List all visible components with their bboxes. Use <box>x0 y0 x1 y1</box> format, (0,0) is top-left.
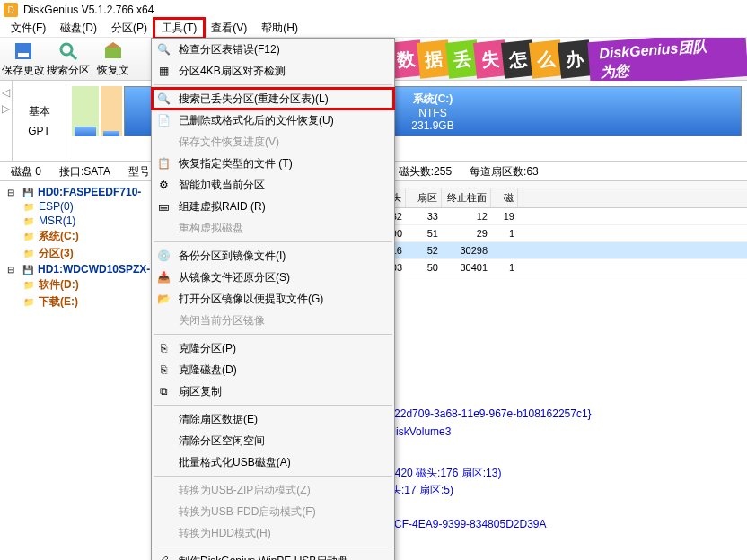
dd-close-image: 关闭当前分区镜像 <box>152 310 394 331</box>
dd-sector-copy[interactable]: ⧉扇区复制 <box>152 381 394 402</box>
dd-save-progress: 保存文件恢复进度(V) <box>152 131 394 153</box>
recover-icon: 📄 <box>155 112 171 128</box>
dd-search-lost-partition[interactable]: 🔍搜索已丢失分区(重建分区表)(L) <box>152 88 394 109</box>
dd-backup-image[interactable]: 💿备份分区到镜像文件(I) <box>152 245 394 267</box>
tree-sysc[interactable]: 📁系统(C:) <box>2 228 163 245</box>
disk-icon: 💾 <box>21 263 35 276</box>
search-icon: 🔍 <box>155 91 171 107</box>
dd-recover-typed[interactable]: 📋恢复指定类型的文件 (T) <box>152 153 394 174</box>
svg-rect-4 <box>105 48 121 58</box>
search-part-button[interactable]: 搜索分区 <box>47 39 90 79</box>
restore-icon <box>102 40 124 62</box>
dd-check-partition-table[interactable]: 🔍检查分区表错误(F12) <box>152 39 394 60</box>
clone-disk-icon: ⎘ <box>155 362 171 378</box>
open-icon: 📂 <box>155 291 171 307</box>
dd-recover-deleted[interactable]: 📄已删除或格式化后的文件恢复(U) <box>152 109 394 131</box>
svg-line-3 <box>71 54 76 59</box>
clone-icon: ⎘ <box>155 340 171 356</box>
save-icon <box>13 40 34 62</box>
disk-type-panel: 基本 GPT <box>13 81 66 161</box>
restore-icon: 📥 <box>155 269 171 285</box>
backup-icon: 💿 <box>155 248 171 264</box>
check-icon: 🔍 <box>155 41 171 57</box>
dd-clear-free[interactable]: 清除分区空闲空间 <box>152 430 394 451</box>
svg-point-2 <box>61 44 72 55</box>
dd-winpe[interactable]: 🖊制作DiskGenius WinPE USB启动盘 <box>152 550 394 560</box>
tree-part3[interactable]: 📁分区(3) <box>2 245 163 262</box>
usb-icon: 🖊 <box>155 553 171 560</box>
strip-arrows: ◁▷ <box>0 81 13 161</box>
gear-icon: ⚙ <box>155 177 171 193</box>
tools-dropdown: 🔍检查分区表错误(F12) ▦分区4KB扇区对齐检测 🔍搜索已丢失分区(重建分区… <box>151 38 395 560</box>
dd-virtual-raid[interactable]: 🖴组建虚拟RAID (R) <box>152 196 394 217</box>
dd-batch-format-usb[interactable]: 批量格式化USB磁盘(A) <box>152 451 394 473</box>
tree-msr[interactable]: 📁MSR(1) <box>2 214 163 228</box>
menu-view[interactable]: 查看(V) <box>204 19 254 38</box>
dd-clear-sectors[interactable]: 清除扇区数据(E) <box>152 408 394 430</box>
menu-disk[interactable]: 磁盘(D) <box>53 19 104 38</box>
dd-clone-disk[interactable]: ⎘克隆磁盘(D) <box>152 359 394 381</box>
dd-rebuild-vdisk: 重构虚拟磁盘 <box>152 217 394 239</box>
tree-dl[interactable]: 📁下载(E:) <box>2 293 163 311</box>
menu-help[interactable]: 帮助(H) <box>254 19 305 38</box>
banner-ad: 数 据 丢 失 怎 么 办 DiskGenius团队为您 <box>392 38 747 81</box>
menubar: 文件(F) 磁盘(D) 分区(P) 工具(T) 查看(V) 帮助(H) <box>0 20 747 38</box>
disk-type-gpt: GPT <box>28 125 50 137</box>
menu-tools[interactable]: 工具(T) <box>154 19 204 38</box>
dd-usb-fdd: 转换为USB-FDD启动模式(F) <box>152 501 394 522</box>
disk-type-basic: 基本 <box>29 104 50 119</box>
menu-file[interactable]: 文件(F) <box>4 19 53 38</box>
dd-hdd-mode: 转换为HDD模式(H) <box>152 522 394 544</box>
dd-clone-partition[interactable]: ⎘克隆分区(P) <box>152 337 394 359</box>
restore-button[interactable]: 恢复文 <box>92 39 135 79</box>
disk-icon: 💾 <box>21 186 35 198</box>
save-button[interactable]: 保存更改 <box>2 39 45 79</box>
tree-soft[interactable]: 📁软件(D:) <box>2 276 163 293</box>
part-block-title: 系统(C:) <box>413 92 453 107</box>
app-icon: D <box>4 3 18 17</box>
window-title: DiskGenius V5.1.2.766 x64 <box>23 4 154 16</box>
tree-hd0[interactable]: ⊟💾HD0:FASPEEDF710- <box>2 185 163 199</box>
dd-open-image[interactable]: 📂打开分区镜像以便提取文件(G) <box>152 288 394 310</box>
svg-rect-1 <box>18 53 29 57</box>
tree-esp[interactable]: 📁ESP(0) <box>2 199 163 214</box>
disk-tree[interactable]: ⊟💾HD0:FASPEEDF710- 📁ESP(0) 📁MSR(1) 📁系统(C… <box>0 181 166 560</box>
dd-usb-zip: 转换为USB-ZIP启动模式(Z) <box>152 479 394 501</box>
tree-hd1[interactable]: ⊟💾HD1:WDCWD10SPZX- <box>2 262 163 276</box>
menu-partition[interactable]: 分区(P) <box>104 19 154 38</box>
dd-smart-load[interactable]: ⚙智能加载当前分区 <box>152 174 394 196</box>
raid-icon: 🖴 <box>155 198 171 214</box>
file-icon: 📋 <box>155 155 171 171</box>
svg-marker-5 <box>105 42 121 48</box>
grid-icon: ▦ <box>155 63 171 79</box>
dd-4k-align[interactable]: ▦分区4KB扇区对齐检测 <box>152 60 394 82</box>
copy-icon: ⧉ <box>155 383 171 399</box>
dd-restore-image[interactable]: 📥从镜像文件还原分区(S) <box>152 267 394 288</box>
search-icon <box>57 40 79 62</box>
